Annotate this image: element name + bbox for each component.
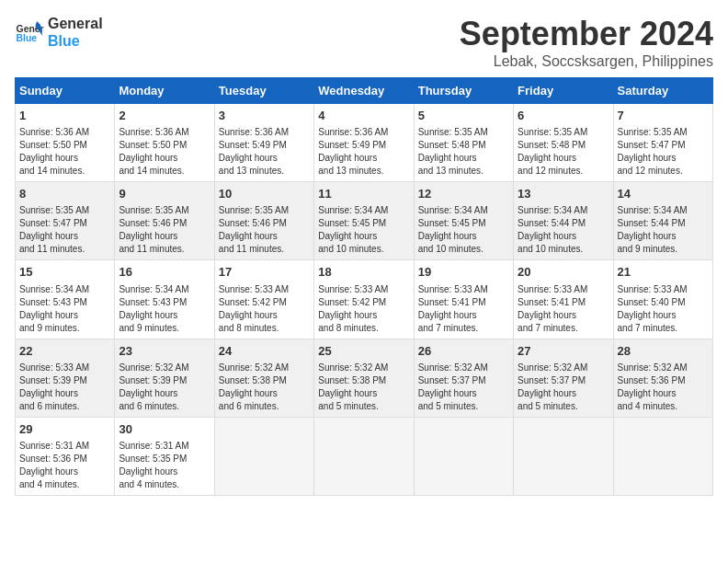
day-number: 17 — [219, 264, 310, 281]
calendar-cell: 24Sunrise: 5:32 AMSunset: 5:38 PMDayligh… — [214, 339, 313, 417]
day-number: 28 — [618, 343, 709, 360]
calendar-cell: 2Sunrise: 5:36 AMSunset: 5:50 PMDaylight… — [115, 104, 214, 182]
day-number: 24 — [219, 343, 310, 360]
calendar-cell: 8Sunrise: 5:35 AMSunset: 5:47 PMDaylight… — [16, 182, 115, 260]
day-info: Sunrise: 5:31 AMSunset: 5:36 PMDaylight … — [19, 440, 110, 491]
calendar-cell — [514, 417, 613, 495]
day-number: 10 — [219, 186, 310, 202]
calendar-cell: 11Sunrise: 5:34 AMSunset: 5:45 PMDayligh… — [314, 182, 414, 260]
calendar-cell: 30Sunrise: 5:31 AMSunset: 5:35 PMDayligh… — [115, 417, 214, 495]
col-thursday: Thursday — [414, 78, 513, 104]
calendar-cell: 13Sunrise: 5:34 AMSunset: 5:44 PMDayligh… — [514, 182, 613, 260]
col-sunday: Sunday — [16, 78, 115, 104]
calendar-cell: 18Sunrise: 5:33 AMSunset: 5:42 PMDayligh… — [314, 260, 414, 339]
day-info: Sunrise: 5:34 AMSunset: 5:45 PMDaylight … — [318, 204, 409, 256]
calendar-cell: 25Sunrise: 5:32 AMSunset: 5:38 PMDayligh… — [314, 339, 414, 417]
day-info: Sunrise: 5:34 AMSunset: 5:45 PMDaylight … — [418, 204, 509, 256]
day-info: Sunrise: 5:36 AMSunset: 5:49 PMDaylight … — [219, 126, 310, 178]
day-number: 14 — [618, 186, 709, 202]
day-info: Sunrise: 5:35 AMSunset: 5:46 PMDaylight … — [219, 204, 310, 256]
day-number: 30 — [119, 421, 210, 438]
calendar-cell — [613, 417, 712, 495]
day-info: Sunrise: 5:33 AMSunset: 5:39 PMDaylight … — [19, 362, 110, 413]
calendar-week-row: 15Sunrise: 5:34 AMSunset: 5:43 PMDayligh… — [16, 260, 713, 339]
day-info: Sunrise: 5:36 AMSunset: 5:50 PMDaylight … — [119, 126, 210, 178]
day-number: 16 — [119, 264, 210, 281]
calendar-cell: 20Sunrise: 5:33 AMSunset: 5:41 PMDayligh… — [514, 260, 613, 339]
calendar-cell: 17Sunrise: 5:33 AMSunset: 5:42 PMDayligh… — [214, 260, 313, 339]
day-number: 2 — [119, 108, 210, 124]
day-number: 21 — [618, 264, 709, 281]
day-number: 8 — [19, 186, 110, 202]
calendar-cell: 21Sunrise: 5:33 AMSunset: 5:40 PMDayligh… — [613, 260, 712, 339]
day-info: Sunrise: 5:31 AMSunset: 5:35 PMDaylight … — [119, 440, 210, 491]
day-info: Sunrise: 5:35 AMSunset: 5:46 PMDaylight … — [119, 204, 210, 256]
day-number: 20 — [518, 264, 609, 281]
day-number: 23 — [119, 343, 210, 360]
day-info: Sunrise: 5:35 AMSunset: 5:47 PMDaylight … — [618, 126, 709, 178]
day-number: 22 — [19, 343, 110, 360]
day-number: 13 — [518, 186, 609, 202]
calendar-cell: 4Sunrise: 5:36 AMSunset: 5:49 PMDaylight… — [314, 104, 414, 182]
calendar-cell: 22Sunrise: 5:33 AMSunset: 5:39 PMDayligh… — [16, 339, 115, 417]
day-info: Sunrise: 5:35 AMSunset: 5:48 PMDaylight … — [418, 126, 509, 178]
day-info: Sunrise: 5:33 AMSunset: 5:41 PMDaylight … — [418, 283, 509, 335]
day-info: Sunrise: 5:33 AMSunset: 5:42 PMDaylight … — [219, 283, 310, 335]
logo: General Blue General Blue — [15, 15, 103, 50]
day-info: Sunrise: 5:32 AMSunset: 5:37 PMDaylight … — [518, 362, 609, 413]
calendar-week-row: 8Sunrise: 5:35 AMSunset: 5:47 PMDaylight… — [16, 182, 713, 260]
calendar-cell: 16Sunrise: 5:34 AMSunset: 5:43 PMDayligh… — [115, 260, 214, 339]
calendar-cell: 6Sunrise: 5:35 AMSunset: 5:48 PMDaylight… — [514, 104, 613, 182]
calendar-cell: 7Sunrise: 5:35 AMSunset: 5:47 PMDaylight… — [613, 104, 712, 182]
calendar-title: September 2024 — [460, 15, 713, 53]
day-info: Sunrise: 5:33 AMSunset: 5:42 PMDaylight … — [318, 283, 409, 335]
day-number: 1 — [19, 108, 110, 124]
svg-text:Blue: Blue — [17, 34, 38, 44]
calendar-cell: 26Sunrise: 5:32 AMSunset: 5:37 PMDayligh… — [414, 339, 513, 417]
calendar-cell: 29Sunrise: 5:31 AMSunset: 5:36 PMDayligh… — [16, 417, 115, 495]
calendar-cell: 19Sunrise: 5:33 AMSunset: 5:41 PMDayligh… — [414, 260, 513, 339]
day-info: Sunrise: 5:34 AMSunset: 5:43 PMDaylight … — [19, 283, 110, 335]
calendar-cell: 23Sunrise: 5:32 AMSunset: 5:39 PMDayligh… — [115, 339, 214, 417]
col-wednesday: Wednesday — [314, 78, 414, 104]
day-info: Sunrise: 5:34 AMSunset: 5:44 PMDaylight … — [618, 204, 709, 256]
day-info: Sunrise: 5:32 AMSunset: 5:39 PMDaylight … — [119, 362, 210, 413]
col-saturday: Saturday — [613, 78, 712, 104]
logo-text-general: General — [48, 15, 103, 32]
day-number: 27 — [518, 343, 609, 360]
day-number: 11 — [318, 186, 409, 202]
day-number: 26 — [418, 343, 509, 360]
day-number: 12 — [418, 186, 509, 202]
col-tuesday: Tuesday — [214, 78, 313, 104]
calendar-week-row: 29Sunrise: 5:31 AMSunset: 5:36 PMDayligh… — [16, 417, 713, 495]
day-number: 9 — [119, 186, 210, 202]
calendar-cell — [214, 417, 313, 495]
day-number: 6 — [518, 108, 609, 124]
day-info: Sunrise: 5:34 AMSunset: 5:44 PMDaylight … — [518, 204, 609, 256]
calendar-cell: 1Sunrise: 5:36 AMSunset: 5:50 PMDaylight… — [16, 104, 115, 182]
day-number: 29 — [19, 421, 110, 438]
day-number: 5 — [418, 108, 509, 124]
day-info: Sunrise: 5:32 AMSunset: 5:38 PMDaylight … — [318, 362, 409, 413]
calendar-week-row: 22Sunrise: 5:33 AMSunset: 5:39 PMDayligh… — [16, 339, 713, 417]
col-friday: Friday — [514, 78, 613, 104]
day-number: 15 — [19, 264, 110, 281]
day-number: 7 — [618, 108, 709, 124]
calendar-cell: 3Sunrise: 5:36 AMSunset: 5:49 PMDaylight… — [214, 104, 313, 182]
calendar-header-row: Sunday Monday Tuesday Wednesday Thursday… — [16, 78, 713, 104]
title-block: September 2024 Lebak, Soccsksargen, Phil… — [460, 15, 713, 70]
calendar-cell: 28Sunrise: 5:32 AMSunset: 5:36 PMDayligh… — [613, 339, 712, 417]
day-info: Sunrise: 5:35 AMSunset: 5:48 PMDaylight … — [518, 126, 609, 178]
day-info: Sunrise: 5:32 AMSunset: 5:38 PMDaylight … — [219, 362, 310, 413]
calendar-table: Sunday Monday Tuesday Wednesday Thursday… — [15, 77, 713, 496]
day-number: 19 — [418, 264, 509, 281]
calendar-cell: 15Sunrise: 5:34 AMSunset: 5:43 PMDayligh… — [16, 260, 115, 339]
calendar-cell: 9Sunrise: 5:35 AMSunset: 5:46 PMDaylight… — [115, 182, 214, 260]
header: General Blue General Blue September 2024… — [15, 15, 713, 70]
day-number: 25 — [318, 343, 409, 360]
calendar-week-row: 1Sunrise: 5:36 AMSunset: 5:50 PMDaylight… — [16, 104, 713, 182]
day-number: 4 — [318, 108, 409, 124]
calendar-cell: 5Sunrise: 5:35 AMSunset: 5:48 PMDaylight… — [414, 104, 513, 182]
logo-text-blue: Blue — [48, 32, 103, 50]
day-info: Sunrise: 5:32 AMSunset: 5:37 PMDaylight … — [418, 362, 509, 413]
